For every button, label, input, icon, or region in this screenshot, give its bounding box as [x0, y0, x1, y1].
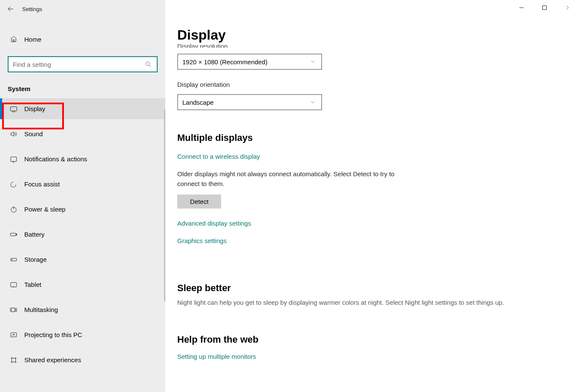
- orientation-dropdown[interactable]: Landscape: [177, 94, 322, 110]
- battery-icon: [9, 230, 18, 239]
- chevron-down-icon: [308, 98, 317, 106]
- power-icon: [9, 205, 18, 214]
- maximize-button[interactable]: [533, 0, 556, 15]
- svg-point-13: [12, 259, 13, 260]
- storage-icon: [9, 255, 18, 264]
- sidebar-home-label: Home: [24, 36, 41, 43]
- sidebar-item-sound[interactable]: Sound: [0, 123, 165, 144]
- sidebar-item-projecting[interactable]: Projecting to this PC: [0, 324, 165, 345]
- sidebar-item-label: Battery: [24, 231, 45, 238]
- svg-line-3: [149, 65, 151, 67]
- svg-rect-1: [13, 40, 14, 42]
- sidebar-item-shared-experiences[interactable]: Shared experiences: [0, 349, 165, 370]
- sidebar-item-label: Storage: [24, 256, 47, 263]
- detect-hint-text: Older displays might not always connect …: [177, 169, 416, 189]
- home-icon: [9, 35, 18, 43]
- minimize-button[interactable]: [510, 0, 533, 15]
- sleep-better-description: Night light can help you get to sleep by…: [177, 298, 564, 308]
- search-input[interactable]: [13, 61, 144, 68]
- sidebar-item-display[interactable]: Display: [0, 98, 165, 119]
- tablet-icon: [9, 280, 18, 289]
- svg-marker-6: [11, 132, 14, 136]
- svg-point-15: [14, 286, 14, 286]
- sidebar: Settings Home: [0, 0, 165, 392]
- sidebar-item-label: Sound: [24, 130, 43, 137]
- sidebar-item-focus-assist[interactable]: Focus assist: [0, 174, 165, 195]
- page-title: Display: [177, 27, 579, 43]
- svg-point-23: [15, 358, 16, 359]
- sound-icon: [9, 130, 18, 138]
- multitasking-icon: [9, 306, 18, 314]
- svg-rect-4: [11, 106, 17, 111]
- notifications-icon: [9, 155, 18, 163]
- sidebar-item-label: Shared experiences: [24, 356, 81, 363]
- svg-rect-17: [12, 308, 15, 312]
- resolution-value: 1920 × 1080 (Recommended): [182, 58, 308, 66]
- sidebar-item-notifications[interactable]: Notifications & actions: [0, 149, 165, 169]
- orientation-label: Display orientation: [177, 81, 564, 88]
- svg-rect-10: [11, 233, 16, 236]
- multiple-displays-heading: Multiple displays: [177, 132, 564, 143]
- display-icon: [9, 105, 18, 113]
- sidebar-item-label: Focus assist: [24, 180, 60, 188]
- svg-rect-7: [11, 157, 17, 161]
- svg-point-22: [11, 358, 12, 359]
- help-heading: Help from the web: [177, 334, 564, 345]
- sidebar-item-storage[interactable]: Storage: [0, 249, 165, 270]
- sidebar-item-multitasking[interactable]: Multitasking: [0, 299, 165, 320]
- sidebar-section-system: System: [8, 85, 165, 92]
- titlebar: Settings: [0, 0, 165, 18]
- sidebar-item-label: Notifications & actions: [24, 155, 87, 163]
- sidebar-item-tablet[interactable]: Tablet: [0, 274, 165, 295]
- sidebar-nav-list: Display Sound: [0, 98, 165, 370]
- svg-point-2: [146, 62, 150, 66]
- sidebar-item-label: Tablet: [24, 281, 41, 288]
- sidebar-item-label: Projecting to this PC: [24, 331, 82, 338]
- main-content: Display Display resolution 1920 × 1080 (…: [165, 0, 579, 392]
- resolution-dropdown[interactable]: 1920 × 1080 (Recommended): [177, 54, 322, 70]
- projecting-icon: [9, 331, 18, 339]
- shared-experiences-icon: [9, 356, 18, 364]
- window-controls: [510, 0, 579, 15]
- sidebar-item-label: Display: [24, 105, 45, 112]
- svg-point-25: [15, 361, 16, 363]
- svg-rect-31: [543, 6, 547, 10]
- svg-point-24: [11, 361, 12, 363]
- back-button[interactable]: [0, 0, 21, 18]
- search-box[interactable]: [8, 56, 158, 72]
- sidebar-home[interactable]: Home: [0, 29, 165, 49]
- graphics-settings-link[interactable]: Graphics settings: [177, 237, 227, 244]
- sidebar-item-power-sleep[interactable]: Power & sleep: [0, 199, 165, 220]
- app-title: Settings: [22, 6, 42, 12]
- back-arrow-icon: [6, 5, 15, 13]
- advanced-display-link[interactable]: Advanced display settings: [177, 220, 251, 227]
- sidebar-item-label: Multitasking: [24, 306, 58, 313]
- svg-rect-11: [16, 234, 17, 235]
- sidebar-item-battery[interactable]: Battery: [0, 224, 165, 245]
- help-link-multiple-monitors[interactable]: Setting up multiple monitors: [177, 353, 256, 360]
- wireless-display-link[interactable]: Connect to a wireless display: [177, 153, 260, 160]
- sleep-better-heading: Sleep better: [177, 283, 564, 294]
- detect-button[interactable]: Detect: [177, 195, 221, 209]
- focus-assist-icon: [9, 180, 18, 189]
- resolution-label-truncated: Display resolution: [177, 44, 564, 48]
- search-icon: [144, 60, 153, 69]
- orientation-value: Landscape: [182, 99, 308, 106]
- chevron-down-icon: [308, 57, 317, 66]
- overflow-button[interactable]: [556, 0, 579, 15]
- sidebar-item-label: Power & sleep: [24, 206, 66, 213]
